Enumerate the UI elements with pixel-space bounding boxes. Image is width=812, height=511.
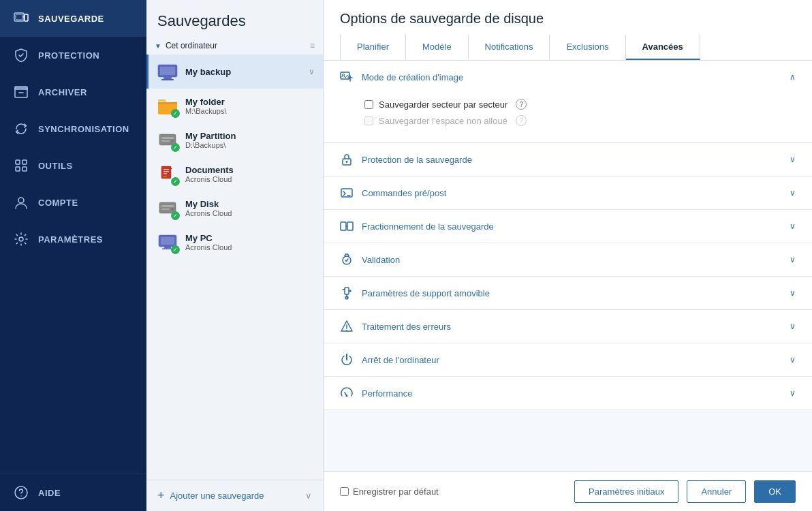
- options-content: Mode de création d'image ∧ Sauvegarder s…: [324, 61, 812, 471]
- help-icon-non-alloue[interactable]: ?: [516, 115, 527, 126]
- backup-item-my-folder[interactable]: ✓ My folder M:\Backups\: [146, 89, 323, 123]
- section-title-performance: Performance: [362, 388, 781, 399]
- section-label: Cet ordinateur: [166, 41, 217, 50]
- svg-rect-8: [22, 160, 27, 164]
- checkbox-label-secteur: Sauvegarder secteur par secteur: [379, 99, 507, 110]
- section-title-arret-ordinateur: Arrêt de l'ordinateur: [362, 355, 781, 365]
- protection-icon: [14, 48, 29, 63]
- sauvegarde-icon: [14, 11, 29, 26]
- nav-item-archiver[interactable]: ARCHIVER: [0, 74, 146, 110]
- backup-name-my-partition: My Partition: [185, 131, 315, 141]
- section-title-protection: Protection de la sauvegarde: [362, 155, 781, 165]
- nav-item-parametres[interactable]: PARAMÈTRES: [0, 221, 146, 258]
- section-traitement-erreurs-header[interactable]: Traitement des erreurs ∨: [324, 310, 812, 343]
- nav-item-compte[interactable]: COMPTE: [0, 184, 146, 221]
- section-toggle-icon[interactable]: ▼: [155, 42, 161, 50]
- section-fractionnement-header[interactable]: Fractionnement de la sauvegarde ∨: [324, 210, 812, 243]
- nav-item-protection[interactable]: PROTECTION: [0, 37, 146, 74]
- tab-avancees[interactable]: Avancées: [626, 35, 700, 60]
- sidebar-add-button[interactable]: + Ajouter une sauvegarde ∨: [146, 480, 323, 511]
- sidebar: Sauvegardes ▼ Cet ordinateur ≡ My backup…: [146, 0, 324, 511]
- section-support-amovible-header[interactable]: Paramètres de support amovible ∨: [324, 277, 812, 309]
- sidebar-section-header: ▼ Cet ordinateur ≡: [146, 37, 323, 55]
- main-header: Options de sauvegarde de disque Planifie…: [324, 0, 812, 61]
- nav-label-outils: OUTILS: [38, 161, 73, 171]
- chevron-down-icon-validation: ∨: [790, 255, 796, 264]
- btn-parametres-initiaux[interactable]: Paramètres initiaux: [574, 480, 678, 503]
- tab-exclusions[interactable]: Exclusions: [550, 35, 625, 60]
- nav-label-aide: AIDE: [38, 488, 61, 498]
- checkbox-secteur[interactable]: [364, 100, 373, 109]
- backup-path-documents: Acronis Cloud: [185, 175, 315, 183]
- checkbox-non-alloue[interactable]: [364, 117, 373, 125]
- backup-item-my-pc[interactable]: ✓ My PC Acronis Cloud: [146, 225, 323, 259]
- backup-item-my-disk[interactable]: ✓ My Disk Acronis Cloud: [146, 191, 323, 225]
- check-my-disk: ✓: [171, 211, 180, 220]
- tab-modele[interactable]: Modèle: [406, 35, 469, 60]
- checkbox-row-non-alloue: Sauvegarder l'espace non alloué ?: [364, 115, 796, 126]
- backup-text-documents: Documents Acronis Cloud: [185, 165, 315, 183]
- help-icon-secteur[interactable]: ?: [516, 99, 527, 110]
- backup-item-my-partition[interactable]: ✓ My Partition D:\Backups\: [146, 123, 323, 157]
- svg-point-22: [171, 140, 174, 142]
- backup-name-my-folder: My folder: [185, 97, 315, 107]
- nav-item-synchronisation[interactable]: SYNCHRONISATION: [0, 110, 146, 147]
- svg-rect-46: [345, 288, 349, 294]
- section-menu-icon[interactable]: ≡: [310, 41, 315, 50]
- section-mode-creation-header[interactable]: Mode de création d'image ∧: [324, 61, 812, 93]
- svg-point-12: [19, 237, 23, 241]
- svg-rect-52: [350, 290, 352, 292]
- backup-item-documents[interactable]: ✓ Documents Acronis Cloud: [146, 157, 323, 191]
- synchronisation-icon: [14, 121, 29, 136]
- nav-label-compte: COMPTE: [38, 198, 78, 208]
- backup-path-my-pc: Acronis Cloud: [185, 243, 315, 251]
- nav-label-parametres: PARAMÈTRES: [38, 234, 103, 245]
- svg-rect-43: [347, 222, 353, 230]
- btn-ok[interactable]: OK: [754, 480, 796, 503]
- svg-rect-27: [163, 176, 167, 176]
- check-my-folder: ✓: [171, 109, 180, 118]
- section-validation-header[interactable]: Validation ∨: [324, 243, 812, 276]
- tab-planifier[interactable]: Planifier: [340, 35, 406, 60]
- section-commandes: Commandes pré/post ∨: [324, 176, 812, 210]
- check-my-partition: ✓: [171, 143, 180, 152]
- archiver-icon: [14, 84, 29, 99]
- power-icon: [340, 353, 354, 367]
- nav-label-sauvegarde: SAUVEGARDE: [38, 14, 104, 24]
- footer: Enregistrer par défaut Paramètres initia…: [324, 471, 812, 511]
- checkbox-enregistrer-defaut[interactable]: [340, 487, 349, 496]
- main-content: Options de sauvegarde de disque Planifie…: [324, 0, 812, 511]
- backup-name-documents: Documents: [185, 165, 315, 175]
- svg-rect-33: [161, 237, 174, 245]
- gauge-icon: [340, 386, 354, 400]
- btn-annuler[interactable]: Annuler: [687, 480, 746, 503]
- tab-notifications[interactable]: Notifications: [469, 35, 550, 60]
- svg-rect-29: [161, 205, 174, 207]
- svg-point-31: [171, 208, 174, 211]
- nav-item-outils[interactable]: OUTILS: [0, 147, 146, 184]
- nav-label-protection: PROTECTION: [38, 50, 99, 61]
- backup-icon-my-pc: ✓: [157, 231, 178, 253]
- lock-icon: [340, 153, 354, 166]
- check-documents: ✓: [171, 177, 180, 186]
- checkbox-row-secteur: Sauvegarder secteur par secteur ?: [364, 99, 796, 110]
- svg-point-11: [18, 198, 24, 203]
- section-title-commandes: Commandes pré/post: [362, 188, 781, 198]
- tabs-bar: Planifier Modèle Notifications Exclusion…: [340, 35, 796, 60]
- section-performance-header[interactable]: Performance ∨: [324, 377, 812, 409]
- section-validation: Validation ∨: [324, 243, 812, 277]
- nav-item-sauvegarde[interactable]: SAUVEGARDE: [0, 0, 146, 37]
- compte-icon: [14, 195, 29, 210]
- section-arret-ordinateur-header[interactable]: Arrêt de l'ordinateur ∨: [324, 343, 812, 376]
- aide-icon: [14, 485, 29, 500]
- section-body-mode-creation: Sauvegarder secteur par secteur ? Sauveg…: [324, 93, 812, 142]
- section-commandes-header[interactable]: Commandes pré/post ∨: [324, 176, 812, 209]
- backup-expand-icon[interactable]: ∨: [309, 67, 315, 76]
- backup-item-my-backup[interactable]: My backup ∨: [146, 55, 323, 89]
- svg-point-54: [346, 330, 347, 331]
- svg-rect-2: [25, 14, 28, 21]
- checkbox-label-non-alloue: Sauvegarder l'espace non alloué: [379, 116, 507, 126]
- section-protection-header[interactable]: Protection de la sauvegarde ∨: [324, 143, 812, 176]
- nav-item-aide[interactable]: AIDE: [0, 474, 146, 511]
- page-title: Options de sauvegarde de disque: [340, 11, 796, 27]
